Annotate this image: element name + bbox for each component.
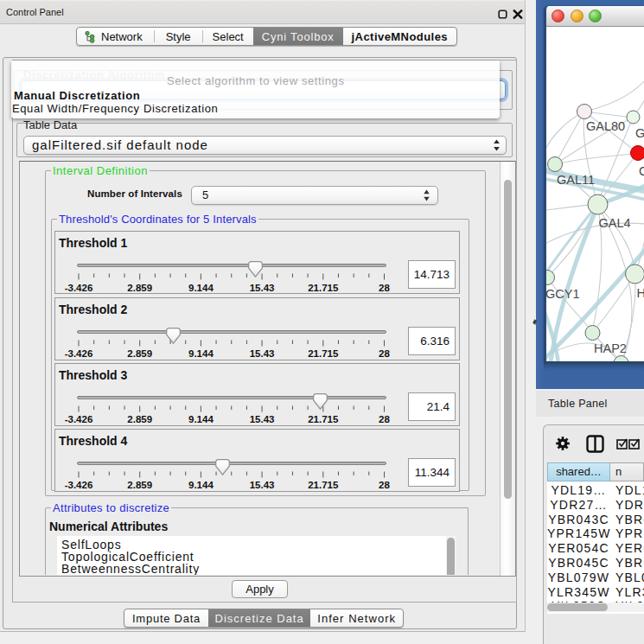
svg-text:H: H (637, 286, 644, 300)
svg-text:HAP2: HAP2 (594, 341, 627, 355)
svg-text:G.: G. (635, 126, 644, 140)
svg-text:C: C (639, 164, 644, 178)
svg-text:GCY1: GCY1 (546, 287, 580, 301)
svg-text:GAL4: GAL4 (599, 216, 631, 230)
svg-text:GAL11: GAL11 (557, 173, 595, 187)
svg-text:GAL80: GAL80 (586, 119, 625, 133)
